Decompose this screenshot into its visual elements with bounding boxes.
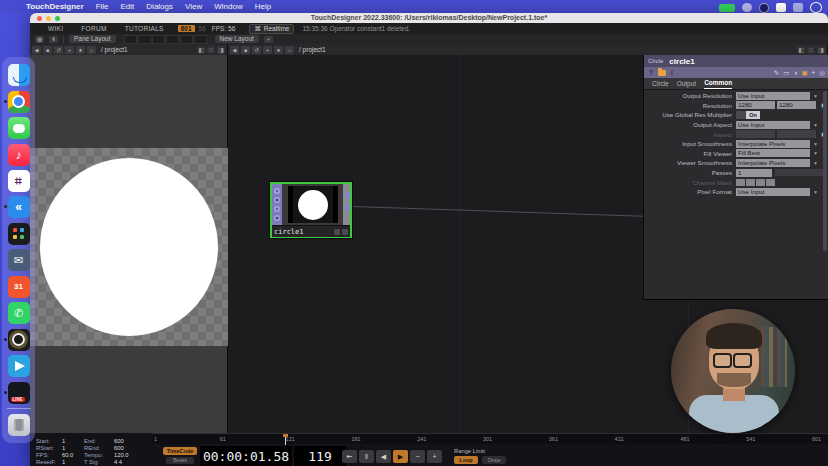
- layout-preset-slot[interactable]: [124, 35, 137, 44]
- parameter-scrollbar[interactable]: [823, 91, 827, 251]
- right-pane-path[interactable]: / project1: [299, 46, 326, 53]
- topbar-link-tutorials[interactable]: TUTORIALS: [125, 25, 164, 32]
- layout-preset-slot[interactable]: [152, 35, 165, 44]
- param-dropdown[interactable]: Use Input: [736, 188, 810, 196]
- toggle-on-part[interactable]: On: [746, 111, 760, 119]
- param-label[interactable]: Output Resolution: [644, 92, 736, 99]
- music-icon[interactable]: ♪: [8, 144, 30, 166]
- dock-item-finder[interactable]: [8, 64, 30, 86]
- grid-icon[interactable]: ▦: [35, 36, 44, 43]
- edit-icon[interactable]: ✎: [774, 69, 779, 77]
- dock-item-mail[interactable]: ✉: [8, 249, 30, 271]
- play-forward-button[interactable]: ▶: [393, 450, 408, 463]
- node-output-connector[interactable]: [345, 204, 350, 211]
- node-name-label[interactable]: circle1: [274, 228, 334, 236]
- telegram-icon[interactable]: [8, 355, 30, 377]
- dock-item-calendar[interactable]: 31: [8, 276, 30, 298]
- comment-icon[interactable]: ▭: [783, 69, 789, 77]
- fill-icon[interactable]: ◑: [793, 69, 797, 76]
- chevron-down-icon[interactable]: ▼: [813, 150, 818, 156]
- dock-item-music[interactable]: ♪: [8, 144, 30, 166]
- param-label[interactable]: Channel Mask: [644, 179, 736, 186]
- topbar-link-wiki[interactable]: WIKI: [48, 25, 63, 32]
- calendar-icon[interactable]: 31: [8, 276, 30, 298]
- info-icon[interactable]: i: [671, 69, 673, 76]
- chrome-icon[interactable]: [8, 91, 30, 113]
- param-dropdown[interactable]: Interpolate Pixels: [736, 159, 810, 167]
- trash-icon[interactable]: [8, 414, 30, 436]
- realtime-toggle[interactable]: ⌘ Realtime: [249, 24, 294, 34]
- pane-type-button[interactable]: ■: [241, 46, 250, 54]
- dock-item-slack[interactable]: ⌗: [8, 170, 30, 192]
- channel-mask-box[interactable]: [736, 179, 745, 186]
- split-right-button[interactable]: ◨: [817, 46, 825, 54]
- menu-item-window[interactable]: Window: [214, 2, 242, 11]
- param-value-field[interactable]: 1280: [777, 101, 816, 109]
- maximize-pane-button[interactable]: □: [207, 46, 215, 54]
- mail-icon[interactable]: ✉: [8, 249, 30, 271]
- layout-preset-slot[interactable]: [166, 35, 179, 44]
- camera-icon[interactable]: [776, 3, 786, 12]
- circle1-node[interactable]: ● ◆ ● ◆ circle: [270, 182, 352, 238]
- param-value-field[interactable]: [736, 130, 775, 138]
- param-dropdown[interactable]: Fill Best: [736, 149, 810, 157]
- new-layout-button[interactable]: New Layout: [215, 35, 259, 43]
- chevron-down-icon[interactable]: ▼: [813, 122, 818, 128]
- param-label[interactable]: Resolution: [644, 102, 736, 109]
- step-back-button[interactable]: −: [410, 450, 425, 463]
- param-value-field[interactable]: 1280: [736, 101, 775, 109]
- window-titlebar[interactable]: TouchDesigner 2022.33600: /Users/rikioma…: [30, 13, 828, 23]
- timeline-field-value[interactable]: 120.0: [114, 452, 140, 458]
- param-dropdown[interactable]: Use Input: [736, 121, 810, 129]
- live-stream-icon[interactable]: [8, 382, 30, 404]
- tab-output[interactable]: Output: [677, 80, 697, 89]
- menu-item-view[interactable]: View: [185, 2, 202, 11]
- layout-preset-slot[interactable]: [194, 35, 207, 44]
- operator-name[interactable]: circle1: [669, 57, 694, 66]
- help-icon[interactable]: ?: [649, 69, 653, 76]
- chevron-down-icon[interactable]: ▼: [813, 93, 818, 99]
- timeline-field-value[interactable]: 1: [62, 459, 84, 465]
- add-icon[interactable]: +: [812, 69, 816, 76]
- split-left-button[interactable]: ◧: [797, 46, 805, 54]
- pane-reload-button[interactable]: ↺: [252, 46, 261, 54]
- chevron-down-icon[interactable]: ▼: [813, 160, 818, 166]
- pane-home-button[interactable]: ⌂: [87, 46, 96, 54]
- param-toggle[interactable]: On: [736, 111, 760, 119]
- param-dropdown[interactable]: Use Input: [736, 92, 810, 100]
- tab-common[interactable]: Common: [704, 79, 732, 89]
- node-clone-flag-icon[interactable]: ◆: [274, 197, 280, 203]
- node-output-connector[interactable]: [345, 192, 350, 199]
- maximize-pane-button[interactable]: □: [807, 46, 815, 54]
- pane-home-button[interactable]: ⌂: [285, 46, 294, 54]
- pane-add-button[interactable]: +: [65, 46, 74, 54]
- timeline-field-value[interactable]: 600: [114, 445, 140, 451]
- channel-mask-box[interactable]: [746, 179, 755, 186]
- dock-item-touchdesigner[interactable]: [8, 329, 30, 351]
- split-right-button[interactable]: ◨: [217, 46, 225, 54]
- param-label[interactable]: Output Aspect: [644, 121, 736, 128]
- param-label[interactable]: Aspect: [644, 131, 736, 138]
- chevron-down-icon[interactable]: ▼: [813, 141, 818, 147]
- jump-start-button[interactable]: ⇤: [342, 450, 357, 463]
- messages-icon[interactable]: [8, 117, 30, 139]
- folder-icon[interactable]: [658, 70, 666, 76]
- dock-item-chrome[interactable]: [8, 91, 30, 113]
- timeline-field-value[interactable]: 1: [62, 445, 84, 451]
- dock-item-trash[interactable]: [8, 414, 30, 436]
- control-center-icon[interactable]: [810, 2, 822, 13]
- save-layout-icon[interactable]: ⬇: [49, 36, 58, 43]
- pause-button[interactable]: ‖: [359, 450, 374, 463]
- param-label[interactable]: Viewer Smoothness: [644, 159, 736, 166]
- channel-mask-box[interactable]: [766, 179, 775, 186]
- sync-icon[interactable]: [742, 3, 752, 12]
- keyboard-icon[interactable]: [793, 3, 803, 12]
- menu-item-help[interactable]: Help: [255, 2, 271, 11]
- menu-item-dialogs[interactable]: Dialogs: [146, 2, 173, 11]
- timeline-field-value[interactable]: 1: [62, 438, 84, 444]
- tab-circle[interactable]: Circle: [652, 80, 669, 89]
- param-label[interactable]: Passes: [644, 169, 736, 176]
- bypass-icon[interactable]: ◎: [819, 69, 825, 77]
- play-reverse-button[interactable]: ◀: [376, 450, 391, 463]
- param-label[interactable]: Use Global Res Multiplier: [644, 111, 736, 118]
